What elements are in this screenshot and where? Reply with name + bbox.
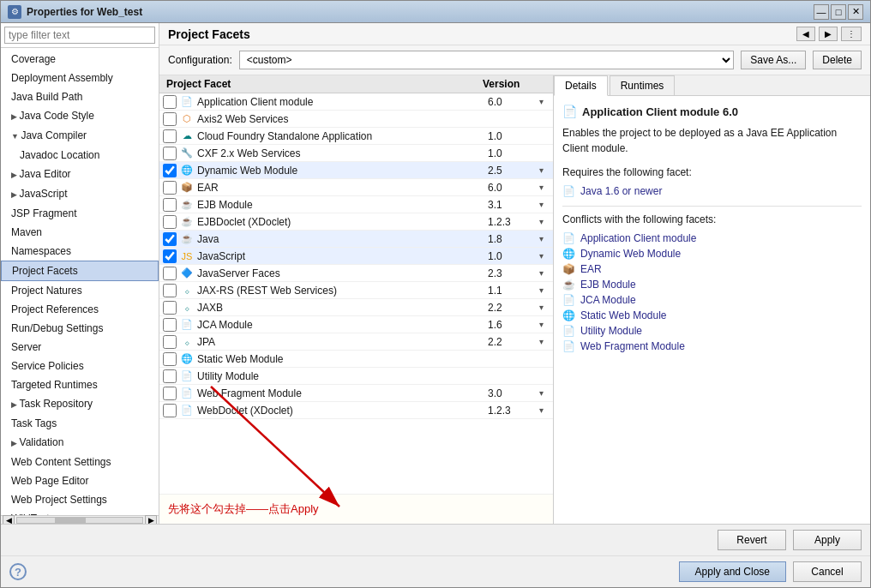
tab-runtimes[interactable]: Runtimes xyxy=(610,75,676,95)
facet-name-axis2: Axis2 Web Services xyxy=(197,113,488,125)
facet-checkbox-ejb[interactable] xyxy=(163,198,177,212)
facet-name-ejbdoclet: EJBDoclet (XDoclet) xyxy=(197,216,488,228)
details-conflict-webfrag: 📄 Web Fragment Module xyxy=(562,339,862,354)
facet-checkbox-ear[interactable] xyxy=(163,181,177,195)
sidebar-item-namespaces[interactable]: Namespaces xyxy=(1,242,159,261)
details-conflict-jca: 📄 JCA Module xyxy=(562,292,862,308)
maximize-button[interactable]: □ xyxy=(831,4,846,20)
footer-row1: Revert Apply xyxy=(1,525,870,556)
sidebar-item-maven[interactable]: Maven xyxy=(1,223,159,242)
annotation-text: 先将这个勾去掉——点击Apply xyxy=(159,494,553,524)
facet-arrow-webdoclet[interactable]: ▾ xyxy=(539,405,553,415)
facet-checkbox-jaxb[interactable] xyxy=(163,301,177,315)
facet-checkbox-jpa[interactable] xyxy=(163,335,177,349)
sidebar-item-deployment[interactable]: Deployment Assembly xyxy=(1,69,159,87)
facet-arrow-app-client[interactable]: ▾ xyxy=(539,97,553,106)
facet-arrow-jpa[interactable]: ▾ xyxy=(539,337,553,346)
sidebar-scroll-right[interactable]: ▶ xyxy=(145,515,157,525)
config-select[interactable]: <custom> xyxy=(239,51,735,69)
facet-arrow-jca[interactable]: ▾ xyxy=(539,320,553,329)
sidebar-item-javadoc[interactable]: Javadoc Location xyxy=(1,146,159,165)
details-conflict-utility: 📄 Utility Module xyxy=(562,323,862,339)
facet-arrow-javascript[interactable]: ▾ xyxy=(539,251,553,261)
facet-icon-dynamic-web: 🌐 xyxy=(180,164,194,177)
conflict-webfrag-label: Web Fragment Module xyxy=(580,340,685,352)
minimize-button[interactable]: — xyxy=(814,4,829,20)
facet-name-jsf: JavaServer Faces xyxy=(197,267,488,279)
filter-input[interactable] xyxy=(4,27,155,44)
save-as-button[interactable]: Save As... xyxy=(741,51,806,69)
facet-row: ☁ Cloud Foundry Standalone Application 1… xyxy=(159,128,553,145)
sidebar-item-project-facets[interactable]: Project Facets xyxy=(1,261,159,281)
sidebar-item-web-project[interactable]: Web Project Settings xyxy=(1,490,159,509)
cancel-button[interactable]: Cancel xyxy=(793,561,862,582)
requires-java-label: Java 1.6 or newer xyxy=(580,185,662,197)
sidebar-scroll-left[interactable]: ◀ xyxy=(3,515,15,525)
apply-button[interactable]: Apply xyxy=(793,530,862,550)
facet-table-body: 📄 Application Client module 6.0 ▾ ⬡ Axis… xyxy=(159,93,553,494)
details-requires-title: Requires the following facet: xyxy=(562,166,862,178)
sidebar-item-task-tags[interactable]: Task Tags xyxy=(1,414,159,433)
facet-checkbox-utility[interactable] xyxy=(163,369,177,383)
sidebar-item-project-references[interactable]: Project References xyxy=(1,300,159,319)
facet-checkbox-jca[interactable] xyxy=(163,318,177,332)
sidebar-item-wikitext[interactable]: WikiText xyxy=(1,509,159,515)
facet-row-dynamic-web: 🌐 Dynamic Web Module 2.5 ▾ xyxy=(159,162,553,179)
facet-checkbox-webdoclet[interactable] xyxy=(163,404,177,417)
facet-arrow-jsf[interactable]: ▾ xyxy=(539,268,553,278)
sidebar-item-java-compiler[interactable]: Java Compiler xyxy=(1,126,159,146)
facet-checkbox-cxf[interactable] xyxy=(163,147,177,160)
sidebar-item-javascript[interactable]: JavaScript xyxy=(1,184,159,204)
facet-arrow-dynamic-web[interactable]: ▾ xyxy=(539,165,553,175)
facet-icon-ear: 📦 xyxy=(180,181,194,195)
facet-arrow-webfrag[interactable]: ▾ xyxy=(539,388,553,398)
sidebar-item-validation[interactable]: Validation xyxy=(1,433,159,453)
facet-icon-jaxrs: ⬦ xyxy=(180,284,194,297)
sidebar-item-jsp-fragment[interactable]: JSP Fragment xyxy=(1,204,159,223)
facet-row: 📄 JCA Module 1.6 ▾ xyxy=(159,316,553,333)
sidebar-item-java-build-path[interactable]: Java Build Path xyxy=(1,87,159,106)
facet-checkbox-ejbdoclet[interactable] xyxy=(163,215,177,229)
sidebar-item-web-content[interactable]: Web Content Settings xyxy=(1,453,159,471)
sidebar-item-service-policies[interactable]: Service Policies xyxy=(1,357,159,375)
tab-details[interactable]: Details xyxy=(554,75,608,96)
facet-checkbox-jsf[interactable] xyxy=(163,267,177,280)
sidebar-item-coverage[interactable]: Coverage xyxy=(1,50,159,69)
sidebar-item-server[interactable]: Server xyxy=(1,338,159,357)
facet-checkbox-jaxrs[interactable] xyxy=(163,284,177,297)
sidebar-item-run-debug[interactable]: Run/Debug Settings xyxy=(1,319,159,338)
facet-arrow-ear[interactable]: ▾ xyxy=(539,183,553,192)
sidebar-item-project-natures[interactable]: Project Natures xyxy=(1,281,159,300)
delete-button[interactable]: Delete xyxy=(813,51,862,69)
facet-checkbox-javascript[interactable] xyxy=(163,249,177,263)
facet-arrow-jaxb[interactable]: ▾ xyxy=(539,303,553,312)
sidebar-item-task-repository[interactable]: Task Repository xyxy=(1,394,159,414)
details-tabs: Details Runtimes xyxy=(554,75,870,96)
facet-checkbox-app-client[interactable] xyxy=(163,95,177,109)
apply-close-button[interactable]: Apply and Close xyxy=(679,561,786,582)
facet-checkbox-webfrag[interactable] xyxy=(163,387,177,400)
help-button[interactable]: ? xyxy=(9,563,27,580)
back-button[interactable]: ◀ xyxy=(796,27,815,41)
menu-button[interactable]: ⋮ xyxy=(841,27,862,41)
facet-arrow-java[interactable]: ▾ xyxy=(539,234,553,243)
facet-checkbox-dynamic-web[interactable] xyxy=(163,164,177,177)
sidebar-scrollbar[interactable] xyxy=(16,517,143,524)
facet-checkbox-java[interactable] xyxy=(163,232,177,246)
facet-checkbox-axis2[interactable] xyxy=(163,112,177,126)
revert-button[interactable]: Revert xyxy=(718,530,786,550)
sidebar-item-java-editor[interactable]: Java Editor xyxy=(1,165,159,184)
sidebar-item-web-page-editor[interactable]: Web Page Editor xyxy=(1,471,159,490)
facet-icon-jca: 📄 xyxy=(180,318,194,332)
facet-arrow-ejb[interactable]: ▾ xyxy=(539,200,553,209)
facet-checkbox-cloud[interactable] xyxy=(163,129,177,143)
facet-checkbox-static-web[interactable] xyxy=(163,352,177,366)
facet-arrow-ejbdoclet[interactable]: ▾ xyxy=(539,217,553,226)
facet-icon-utility: 📄 xyxy=(180,369,194,383)
facet-row: 🔷 JavaServer Faces 2.3 ▾ xyxy=(159,265,553,282)
facet-arrow-jaxrs[interactable]: ▾ xyxy=(539,285,553,295)
sidebar-item-targeted-runtimes[interactable]: Targeted Runtimes xyxy=(1,375,159,394)
close-button[interactable]: ✕ xyxy=(848,4,863,20)
forward-button[interactable]: ▶ xyxy=(819,27,838,41)
sidebar-item-java-code-style[interactable]: Java Code Style xyxy=(1,106,159,126)
